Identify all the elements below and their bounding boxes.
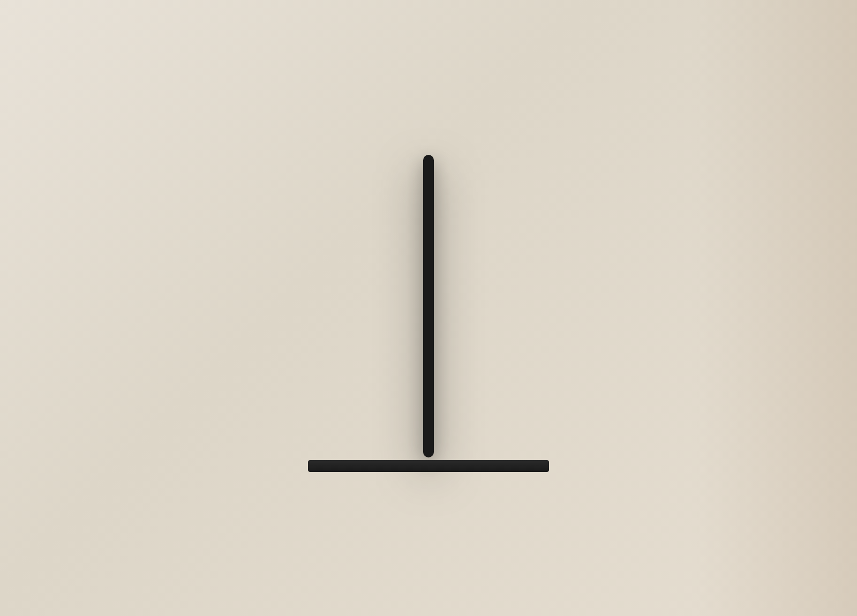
- tv-stand: K ⋮ ✕ Home Hub powered by ThinQ: [209, 155, 648, 472]
- tv-frame: K ⋮ ✕ Home Hub powered by ThinQ: [423, 155, 434, 457]
- soundbar-device: [308, 460, 549, 472]
- wall-shadow: [696, 0, 857, 616]
- tv-container: K ⋮ ✕ Home Hub powered by ThinQ: [209, 155, 648, 472]
